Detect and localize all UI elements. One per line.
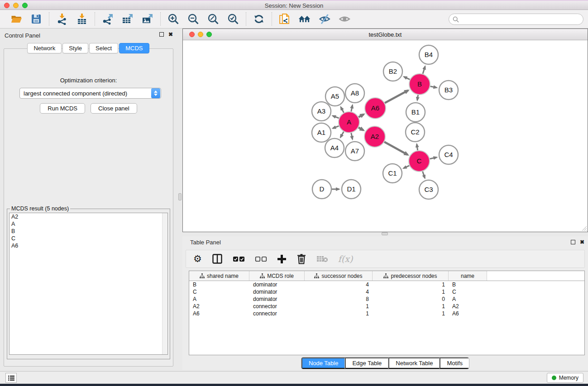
cell-name[interactable]: B [449, 281, 487, 288]
table-row-A6[interactable]: A6connector11A6 [189, 310, 584, 317]
edge-A-A2[interactable] [359, 128, 363, 130]
export-table-icon[interactable] [121, 13, 134, 25]
visibility-off-icon[interactable] [318, 13, 331, 25]
memory-button[interactable]: Memory [547, 373, 583, 383]
zoom-fit-icon[interactable] [207, 13, 220, 25]
cell-successor_nodes[interactable]: 1 [305, 303, 373, 310]
cell-mcds_role[interactable]: dominator [249, 281, 305, 288]
cell-mcds_role[interactable]: dominator [249, 289, 305, 295]
edge-A6-B[interactable] [385, 91, 408, 103]
table-row-A2[interactable]: A2connector11A2 [189, 303, 584, 310]
close-panel-button[interactable]: Close panel [91, 103, 137, 114]
tab-style[interactable]: Style [62, 43, 88, 53]
node-C2[interactable]: C2 [406, 123, 425, 142]
close-panel-icon[interactable]: ✖ [168, 32, 173, 37]
search-field[interactable] [449, 14, 583, 25]
table-float-icon[interactable] [571, 240, 575, 244]
cell-predecessor_nodes[interactable]: 1 [373, 281, 449, 288]
node-B3[interactable]: B3 [439, 81, 458, 100]
delete-table-icon[interactable] [316, 253, 328, 265]
node-B1[interactable]: B1 [406, 103, 425, 122]
tab-mcds[interactable]: MCDS [119, 43, 149, 53]
node-A7[interactable]: A7 [345, 142, 364, 161]
column-header-predecessor_nodes[interactable]: predecessor nodes [373, 271, 449, 281]
save-session-icon[interactable] [30, 13, 43, 25]
horizontal-split-handle[interactable] [382, 232, 388, 235]
node-D1[interactable]: D1 [342, 180, 361, 199]
mcds-result-item[interactable]: A2 [10, 213, 167, 220]
tab-network[interactable]: Network [27, 43, 62, 53]
cell-shared_name[interactable]: A2 [189, 303, 249, 310]
tab-node-table[interactable]: Node Table [301, 357, 345, 369]
mcds-result-list[interactable]: A2ABCA6 [9, 213, 168, 355]
edge-A-A7[interactable] [351, 133, 353, 139]
cell-predecessor_nodes[interactable]: 1 [373, 289, 449, 295]
network-document-icon[interactable] [278, 13, 291, 25]
deselect-all-icon[interactable] [255, 253, 267, 265]
float-panel-icon[interactable] [159, 32, 164, 37]
cell-successor_nodes[interactable]: 4 [305, 289, 373, 295]
node-C[interactable]: C [409, 151, 430, 172]
mcds-result-item[interactable]: B [10, 228, 167, 235]
edge-B-B1[interactable] [417, 95, 418, 100]
node-A1[interactable]: A1 [312, 123, 331, 142]
edge-C-C2[interactable] [417, 144, 418, 150]
cell-name[interactable]: A6 [449, 310, 487, 317]
criterion-dropdown[interactable]: largest connected component (directed) [19, 88, 161, 99]
cell-successor_nodes[interactable]: 4 [305, 281, 373, 288]
mcds-result-item[interactable]: C [10, 235, 167, 242]
run-mcds-button[interactable]: Run MCDS [40, 103, 85, 114]
cell-name[interactable]: A [449, 296, 487, 302]
node-C4[interactable]: C4 [439, 145, 458, 164]
cell-successor_nodes[interactable]: 1 [305, 310, 373, 317]
node-table[interactable]: shared nameMCDS rolesuccessor nodesprede… [189, 271, 585, 355]
cell-mcds_role[interactable]: connector [249, 303, 305, 310]
export-network-icon[interactable] [101, 13, 114, 25]
cell-predecessor_nodes[interactable]: 1 [373, 303, 449, 310]
edge-B-B2[interactable] [404, 77, 410, 80]
select-all-icon[interactable] [233, 253, 245, 265]
node-A[interactable]: A [339, 112, 359, 133]
node-B2[interactable]: B2 [383, 62, 402, 81]
cell-name[interactable]: C [449, 289, 487, 295]
table-row-A[interactable]: Adominator80A [189, 295, 584, 303]
cell-mcds_role[interactable]: dominator [249, 296, 305, 302]
mcds-result-item[interactable]: A6 [10, 242, 167, 249]
edge-A-A1[interactable] [333, 126, 339, 128]
tab-motifs[interactable]: Motifs [440, 357, 469, 369]
resize-grip-icon[interactable] [581, 225, 587, 231]
edge-A2-C[interactable] [384, 142, 408, 155]
search-input[interactable] [461, 16, 583, 23]
edge-A-A3[interactable] [333, 116, 339, 118]
node-D[interactable]: D [312, 180, 331, 199]
node-C1[interactable]: C1 [383, 164, 402, 183]
cell-shared_name[interactable]: B [189, 281, 249, 288]
cell-predecessor_nodes[interactable]: 0 [373, 296, 449, 302]
cell-shared_name[interactable]: C [189, 289, 249, 295]
mcds-result-item[interactable]: A [10, 220, 167, 228]
zoom-in-icon[interactable] [167, 13, 180, 25]
zoom-out-icon[interactable] [187, 13, 200, 25]
node-A5[interactable]: A5 [325, 87, 344, 106]
network-graph-canvas[interactable]: AA1A2A3A4A5A6A7A8BB1B2B3B4CC1C2C3C4DD1 [183, 40, 588, 232]
node-A8[interactable]: A8 [345, 84, 364, 103]
tab-edge-table[interactable]: Edge Table [345, 357, 388, 369]
import-network-icon[interactable] [56, 13, 68, 25]
cell-shared_name[interactable]: A [189, 296, 249, 302]
node-B[interactable]: B [409, 74, 430, 95]
tab-network-table[interactable]: Network Table [388, 357, 440, 369]
edge-B-B4[interactable] [423, 67, 425, 74]
edge-A-A4[interactable] [340, 132, 344, 138]
refresh-icon[interactable] [253, 13, 265, 25]
node-A2[interactable]: A2 [364, 126, 385, 147]
cell-predecessor_nodes[interactable]: 1 [373, 310, 449, 317]
column-header-name[interactable]: name [449, 271, 487, 281]
edge-B-B3[interactable] [430, 86, 437, 88]
function-builder-icon[interactable]: f(x) [338, 253, 353, 265]
cell-shared_name[interactable]: A6 [189, 310, 249, 317]
table-close-icon[interactable]: ✖ [580, 240, 584, 244]
node-C3[interactable]: C3 [419, 180, 438, 199]
export-image-icon[interactable] [141, 13, 154, 25]
edge-C-C1[interactable] [404, 166, 410, 168]
open-session-icon[interactable] [10, 13, 23, 25]
